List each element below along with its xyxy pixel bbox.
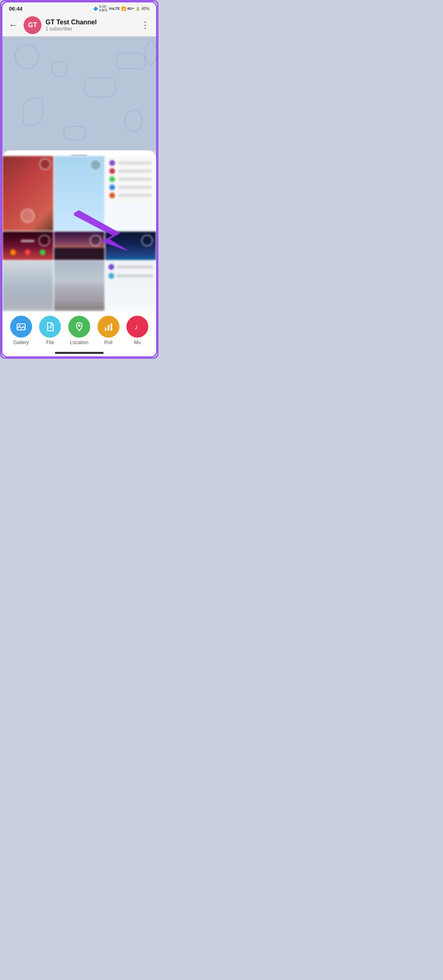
color-dot-1	[109, 160, 115, 166]
svg-point-6	[78, 324, 80, 327]
shape-7	[63, 126, 86, 140]
bottom-sheet: Gallery File	[2, 150, 156, 356]
shape-1	[15, 45, 39, 69]
dot-2	[109, 273, 114, 279]
color-dot-5	[109, 193, 115, 198]
color-item-4	[109, 184, 152, 190]
action-location[interactable]: Location	[67, 316, 91, 345]
color-item-5	[109, 193, 152, 198]
signal-icon: 📶	[121, 7, 126, 11]
media-cell-2[interactable]	[54, 156, 105, 231]
home-indicator	[55, 352, 104, 354]
shape-4	[23, 98, 43, 126]
battery-level: 40%	[141, 7, 150, 11]
chat-background	[2, 37, 156, 150]
media-cell-1[interactable]	[2, 156, 53, 231]
music-svg: ♪	[132, 321, 143, 332]
color-label-4	[118, 186, 152, 189]
file-icon-circle	[39, 316, 61, 338]
color-item-1	[109, 160, 152, 166]
status-icons: 🔷 6.00KB/S VoLTE 📶 4G+ 🔋 40%	[93, 5, 150, 12]
poll-icon-circle	[98, 316, 119, 338]
data-speed: 6.00KB/S	[99, 5, 108, 12]
svg-rect-7	[105, 327, 106, 331]
poll-svg	[103, 321, 114, 332]
shape-6	[124, 110, 143, 132]
music-label: Mu	[134, 340, 141, 345]
icon-b	[25, 249, 30, 255]
file-svg	[44, 321, 56, 332]
select-overlay-2[interactable]	[90, 159, 101, 171]
shape-5	[116, 53, 145, 69]
location-svg	[74, 321, 85, 332]
media-cell-3[interactable]	[105, 156, 156, 231]
list-row-1	[109, 264, 153, 270]
select-overlay-4[interactable]	[39, 235, 50, 246]
bluetooth-icon: 🔷	[93, 7, 98, 11]
select-overlay-5[interactable]	[90, 235, 101, 246]
battery-icon: 🔋	[135, 7, 140, 11]
music-icon-circle: ♪	[126, 316, 148, 338]
text-2	[117, 275, 153, 277]
poll-label: Poll	[104, 340, 113, 345]
more-options-button[interactable]: ⋮	[139, 18, 151, 32]
media-cell-6[interactable]	[105, 232, 156, 260]
nav-bar: ← GT GT Test Channel 1 subscriber ⋮	[2, 14, 156, 37]
status-bar: 06:44 🔷 6.00KB/S VoLTE 📶 4G+ 🔋 40%	[2, 2, 156, 14]
icon-c	[40, 249, 46, 255]
gallery-label: Gallery	[13, 340, 29, 345]
svg-rect-8	[108, 325, 109, 331]
channel-name: GT Test Channel	[46, 19, 135, 26]
color-dot-2	[109, 168, 115, 174]
color-dot-4	[109, 184, 115, 190]
app-icons-row	[6, 249, 50, 255]
channel-avatar: GT	[24, 16, 41, 34]
app-container: 06:44 🔷 6.00KB/S VoLTE 📶 4G+ 🔋 40% ← GT …	[1, 1, 157, 358]
shape-2	[51, 61, 67, 77]
action-music[interactable]: ♪ Mu	[125, 316, 150, 345]
bottom-actions: Gallery File	[2, 310, 156, 352]
color-dot-3	[109, 176, 115, 182]
dot-1	[109, 264, 114, 270]
color-item-3	[109, 176, 152, 182]
color-item-2	[109, 168, 152, 174]
icon-a	[10, 249, 16, 255]
location-icon-circle	[68, 316, 90, 338]
svg-rect-9	[111, 323, 112, 331]
network-type: 4G+	[127, 7, 134, 11]
channel-info: GT Test Channel 1 subscriber	[46, 19, 135, 32]
gallery-icon-circle	[10, 316, 32, 338]
select-overlay-6[interactable]	[141, 235, 153, 246]
volte-icon: VoLTE	[109, 7, 120, 11]
media-cell-5[interactable]	[54, 232, 105, 260]
status-time: 06:44	[9, 6, 22, 12]
select-overlay-1[interactable]	[39, 158, 51, 170]
back-button[interactable]: ←	[7, 18, 20, 32]
color-label-1	[118, 161, 152, 165]
subscriber-count: 1 subscriber	[46, 26, 135, 32]
media-cell-4[interactable]	[2, 232, 53, 260]
gallery-svg	[15, 321, 27, 332]
svg-rect-2	[17, 324, 25, 330]
grid-overlay	[2, 286, 156, 310]
action-gallery[interactable]: Gallery	[9, 316, 33, 345]
color-label-3	[118, 178, 152, 181]
action-file[interactable]: File	[38, 316, 62, 345]
color-label-5	[118, 194, 152, 197]
list-preview	[105, 261, 156, 282]
shape-8	[145, 41, 156, 65]
file-label: File	[46, 340, 54, 345]
media-grid-container	[2, 156, 156, 310]
text-1	[117, 266, 153, 268]
shape-3	[84, 77, 116, 98]
color-list	[105, 156, 156, 202]
action-poll[interactable]: Poll	[96, 316, 121, 345]
skyline	[54, 248, 105, 260]
color-label-2	[118, 169, 152, 173]
ghost-shapes	[2, 37, 156, 150]
list-row-2	[109, 273, 153, 279]
svg-text:♪: ♪	[135, 323, 138, 331]
cell-icon-1	[21, 209, 35, 223]
status-bar-detail	[21, 240, 35, 242]
location-label: Location	[70, 340, 88, 345]
